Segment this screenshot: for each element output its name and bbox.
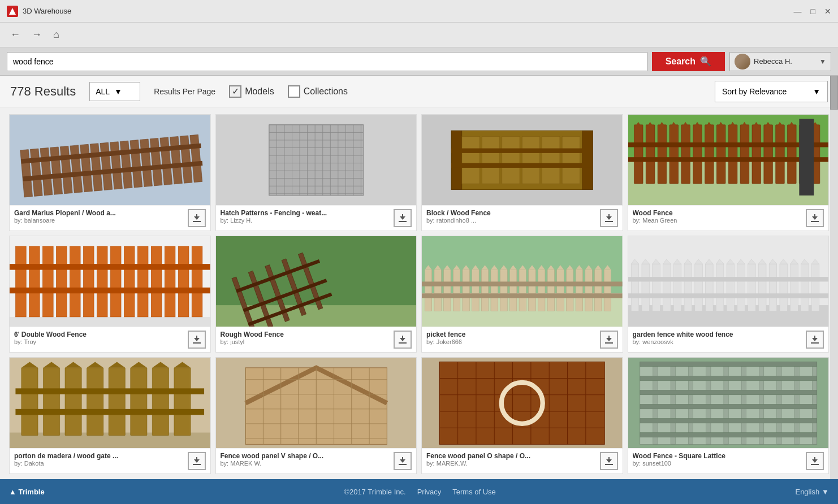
svg-rect-67 <box>634 124 643 183</box>
svg-rect-172 <box>585 270 593 311</box>
footer-terms-link[interactable]: Terms of Use <box>452 488 496 496</box>
card-item[interactable]: Rough Wood Fence by: justyl <box>215 236 417 353</box>
svg-rect-170 <box>576 270 583 311</box>
download-button[interactable] <box>188 452 206 470</box>
svg-rect-238 <box>152 367 169 435</box>
card-item[interactable]: porton de madera / wood gate ... by: Dak… <box>9 357 211 474</box>
download-button[interactable] <box>188 209 206 227</box>
svg-rect-102 <box>811 221 819 222</box>
search-button-label: Search <box>666 57 696 67</box>
collections-filter[interactable]: Collections <box>288 85 348 98</box>
download-button[interactable] <box>600 209 618 227</box>
scrollbar-track <box>830 76 838 479</box>
svg-rect-150 <box>481 270 489 311</box>
all-arrow-icon: ▼ <box>114 87 122 96</box>
download-button[interactable] <box>806 209 824 227</box>
minimize-button[interactable]: — <box>794 7 802 16</box>
svg-rect-218 <box>811 264 819 311</box>
svg-rect-83 <box>728 124 737 183</box>
svg-rect-176 <box>604 270 611 311</box>
models-checkbox[interactable]: ✓ <box>229 85 241 98</box>
search-input[interactable] <box>7 52 647 71</box>
svg-rect-293 <box>799 362 812 444</box>
user-dropdown[interactable]: Rebecca H. ▼ <box>729 52 831 71</box>
svg-rect-91 <box>775 124 784 183</box>
card-author: by: justyl <box>221 338 368 345</box>
collections-checkbox[interactable] <box>288 85 300 98</box>
svg-rect-288 <box>710 362 723 444</box>
maximize-button[interactable]: □ <box>811 7 815 16</box>
svg-rect-108 <box>42 246 53 316</box>
card-item[interactable]: Wood Fence by: Mean Green <box>628 114 830 231</box>
card-item[interactable]: Fence wood panel V shape / O... by: MARE… <box>215 357 417 474</box>
card-item[interactable]: picket fence by: Joker666 <box>421 236 623 353</box>
svg-marker-301 <box>812 457 818 463</box>
download-button[interactable] <box>394 331 412 349</box>
card-text: Block / Wood Fence by: ratondinho8 ... <box>426 209 600 224</box>
all-dropdown[interactable]: ALL ▼ <box>89 82 140 101</box>
svg-rect-280 <box>605 464 613 465</box>
svg-rect-196 <box>694 264 702 311</box>
scrollbar-thumb[interactable] <box>830 76 838 110</box>
svg-marker-181 <box>606 336 612 341</box>
svg-rect-114 <box>124 246 135 316</box>
download-button[interactable] <box>394 452 412 470</box>
card-thumbnail <box>10 236 210 327</box>
download-button[interactable] <box>806 452 824 470</box>
close-button[interactable]: ✕ <box>824 7 831 16</box>
svg-rect-112 <box>97 246 107 316</box>
svg-rect-160 <box>529 270 536 311</box>
sort-dropdown[interactable]: Sort by Relevance ▼ <box>715 81 828 102</box>
svg-rect-166 <box>557 270 564 311</box>
download-button[interactable] <box>600 331 618 349</box>
card-info: 6' Double Wood Fence by: Troy <box>10 327 210 352</box>
download-icon <box>604 334 614 345</box>
svg-rect-87 <box>751 124 761 183</box>
card-title: Hatch Patterns - Fencing - weat... <box>221 209 368 217</box>
download-button[interactable] <box>394 209 412 227</box>
card-text: Gard Marius Plopeni / Wood a... by: bala… <box>14 209 188 224</box>
svg-rect-142 <box>444 270 451 311</box>
card-info: Wood Fence - Square Lattice by: sunset10… <box>628 448 829 473</box>
svg-marker-245 <box>194 457 200 463</box>
card-item[interactable]: Gard Marius Plopeni / Wood a... by: bala… <box>9 114 211 231</box>
svg-rect-58 <box>522 136 539 183</box>
back-button[interactable]: ← <box>7 28 24 42</box>
svg-rect-138 <box>425 270 432 311</box>
svg-marker-262 <box>400 457 405 463</box>
card-item[interactable]: Hatch Patterns - Fencing - weat... by: L… <box>215 114 417 231</box>
search-button[interactable]: Search 🔍 <box>652 52 725 71</box>
svg-rect-107 <box>29 246 40 316</box>
card-text: garden fence white wood fence by: wenzoo… <box>633 331 806 345</box>
svg-rect-299 <box>640 432 817 437</box>
svg-rect-120 <box>10 264 210 270</box>
results-count: 778 Results <box>10 84 76 99</box>
collections-label: Collections <box>304 86 348 97</box>
svg-rect-158 <box>519 270 526 311</box>
models-filter[interactable]: ✓ Models <box>229 85 274 98</box>
download-button[interactable] <box>188 331 206 349</box>
home-button[interactable]: ⌂ <box>50 28 63 42</box>
svg-rect-113 <box>110 246 121 316</box>
card-item[interactable]: Fence wood panel O shape / O... by: MARE… <box>421 357 623 474</box>
svg-rect-200 <box>716 264 724 311</box>
footer-privacy-link[interactable]: Privacy <box>417 488 442 496</box>
card-text: Wood Fence by: Mean Green <box>633 209 806 224</box>
svg-rect-152 <box>491 270 498 311</box>
card-title: garden fence white wood fence <box>633 331 780 338</box>
card-item[interactable]: garden fence white wood fence by: wenzoo… <box>628 236 830 353</box>
forward-button[interactable]: → <box>28 28 45 42</box>
svg-rect-184 <box>631 264 639 311</box>
results-per-page-label: Results Per Page <box>154 87 215 96</box>
card-item[interactable]: Wood Fence - Square Lattice by: sunset10… <box>628 357 830 474</box>
card-item[interactable]: 6' Double Wood Fence by: Troy <box>9 236 211 353</box>
card-item[interactable]: Block / Wood Fence by: ratondinho8 ... <box>421 114 623 231</box>
sort-label: Sort by Relevance <box>722 87 808 96</box>
svg-rect-168 <box>566 270 573 311</box>
card-thumbnail <box>216 236 417 327</box>
card-thumbnail <box>10 358 210 448</box>
svg-marker-223 <box>812 336 818 341</box>
download-button[interactable] <box>600 452 618 470</box>
svg-rect-146 <box>463 270 470 311</box>
download-button[interactable] <box>806 331 824 349</box>
